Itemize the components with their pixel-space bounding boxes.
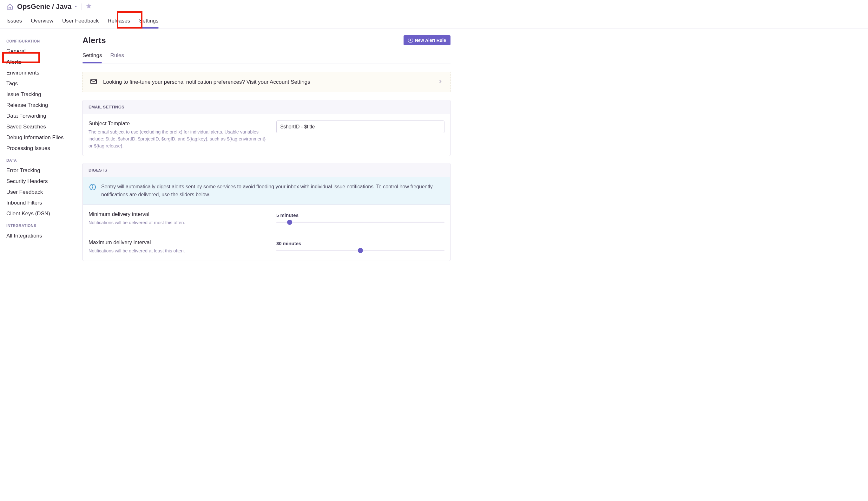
sidebar-item-general[interactable]: General bbox=[6, 46, 70, 57]
new-alert-rule-button[interactable]: + New Alert Rule bbox=[404, 35, 451, 45]
digests-header: DIGESTS bbox=[83, 163, 450, 177]
main-tabs: Issues Overview User Feedback Releases S… bbox=[6, 14, 862, 29]
content: Alerts + New Alert Rule Settings Rules L… bbox=[76, 29, 457, 281]
sidebar-item-error-tracking[interactable]: Error Tracking bbox=[6, 165, 70, 176]
tab-overview[interactable]: Overview bbox=[31, 14, 53, 29]
sub-tab-rules[interactable]: Rules bbox=[110, 49, 124, 63]
star-icon[interactable] bbox=[86, 3, 92, 11]
max-interval-label: Maximum delivery interval bbox=[88, 239, 269, 246]
max-interval-desc: Notifications will be delivered at least… bbox=[88, 248, 269, 255]
min-interval-value: 5 minutes bbox=[276, 212, 444, 218]
min-interval-slider[interactable] bbox=[276, 222, 444, 223]
svg-marker-0 bbox=[86, 3, 92, 8]
sidebar-section-integrations: INTEGRATIONS bbox=[6, 224, 70, 228]
tab-issues[interactable]: Issues bbox=[6, 14, 22, 29]
sidebar-item-processing-issues[interactable]: Processing Issues bbox=[6, 143, 70, 154]
svg-point-4 bbox=[92, 185, 93, 186]
sidebar: CONFIGURATION General Alerts Environment… bbox=[0, 29, 76, 281]
info-icon bbox=[89, 184, 96, 192]
subject-template-desc: The email subject to use (excluding the … bbox=[88, 129, 269, 149]
sidebar-item-tags[interactable]: Tags bbox=[6, 78, 70, 89]
page-header: OpsGenie / Java Issues Overview User Fee… bbox=[0, 0, 868, 29]
tab-user-feedback[interactable]: User Feedback bbox=[62, 14, 99, 29]
digests-info-banner: Sentry will automatically digest alerts … bbox=[83, 177, 450, 205]
email-settings-panel: EMAIL SETTINGS Subject Template The emai… bbox=[83, 100, 451, 156]
subject-template-label: Subject Template bbox=[88, 120, 269, 127]
mail-icon bbox=[90, 78, 97, 86]
sidebar-item-all-integrations[interactable]: All Integrations bbox=[6, 231, 70, 241]
sidebar-item-debug-info-files[interactable]: Debug Information Files bbox=[6, 132, 70, 143]
sidebar-item-saved-searches[interactable]: Saved Searches bbox=[6, 121, 70, 132]
notification-preferences-notice[interactable]: Looking to fine-tune your personal notif… bbox=[83, 72, 451, 92]
sidebar-item-client-keys[interactable]: Client Keys (DSN) bbox=[6, 208, 70, 219]
divider bbox=[82, 3, 82, 10]
sidebar-item-inbound-filters[interactable]: Inbound Filters bbox=[6, 198, 70, 208]
sidebar-item-release-tracking[interactable]: Release Tracking bbox=[6, 100, 70, 111]
sidebar-item-user-feedback-data[interactable]: User Feedback bbox=[6, 187, 70, 198]
max-interval-slider[interactable] bbox=[276, 250, 444, 251]
sub-tab-settings[interactable]: Settings bbox=[83, 49, 102, 63]
breadcrumb[interactable]: OpsGenie / Java bbox=[17, 2, 78, 11]
email-settings-header: EMAIL SETTINGS bbox=[83, 100, 450, 114]
home-icon[interactable] bbox=[6, 3, 13, 10]
min-interval-desc: Notifications will be delivered at most … bbox=[88, 220, 269, 226]
sub-tabs: Settings Rules bbox=[83, 49, 451, 63]
notice-text: Looking to fine-tune your personal notif… bbox=[103, 79, 432, 85]
sidebar-section-configuration: CONFIGURATION bbox=[6, 39, 70, 43]
sidebar-item-environments[interactable]: Environments bbox=[6, 67, 70, 78]
sidebar-item-issue-tracking[interactable]: Issue Tracking bbox=[6, 89, 70, 100]
sidebar-item-alerts[interactable]: Alerts bbox=[6, 57, 70, 67]
plus-circle-icon: + bbox=[408, 38, 413, 43]
new-alert-rule-label: New Alert Rule bbox=[415, 38, 446, 43]
min-interval-thumb[interactable] bbox=[287, 220, 292, 225]
sidebar-section-data: DATA bbox=[6, 158, 70, 163]
max-interval-thumb[interactable] bbox=[358, 248, 363, 253]
sidebar-item-data-forwarding[interactable]: Data Forwarding bbox=[6, 111, 70, 121]
subject-template-input[interactable] bbox=[276, 120, 444, 133]
breadcrumb-text: OpsGenie / Java bbox=[17, 2, 71, 11]
chevron-down-icon bbox=[74, 4, 78, 9]
chevron-right-icon bbox=[437, 79, 443, 85]
tab-settings[interactable]: Settings bbox=[139, 14, 158, 29]
page-title: Alerts bbox=[83, 35, 106, 45]
digests-panel: DIGESTS Sentry will automatically digest… bbox=[83, 163, 451, 261]
digests-info-text: Sentry will automatically digest alerts … bbox=[101, 183, 444, 199]
sidebar-item-security-headers[interactable]: Security Headers bbox=[6, 176, 70, 187]
min-interval-label: Minimum delivery interval bbox=[88, 211, 269, 217]
tab-releases[interactable]: Releases bbox=[107, 14, 130, 29]
max-interval-value: 30 minutes bbox=[276, 241, 444, 246]
